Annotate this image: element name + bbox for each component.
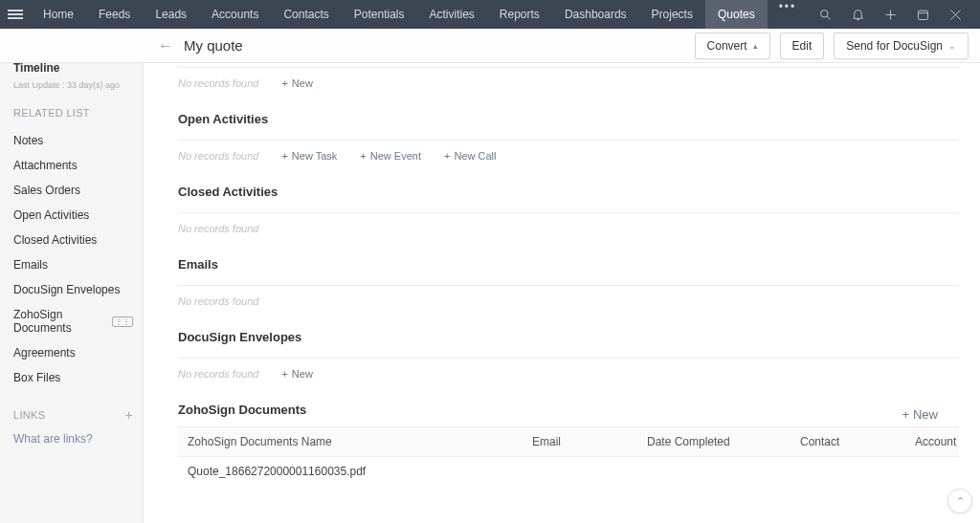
sidebar-links-heading: LINKS + <box>13 407 133 423</box>
sidebar-timeline-row: Timeline Last Update : 33 day(s) ago <box>13 61 133 90</box>
nav-dashboards[interactable]: Dashboards <box>552 0 639 29</box>
section-docusign: DocuSign Envelopes No records found +New <box>178 313 980 385</box>
section-titlebar: ZohoSign Documents +New <box>178 403 959 426</box>
plus-icon: + <box>444 150 450 162</box>
section-title: Emails <box>178 257 959 272</box>
cell-name: Quote_1866272000001160035.pdf <box>178 457 523 486</box>
sidebar-timeline[interactable]: Timeline <box>13 61 59 75</box>
back-arrow-icon[interactable]: ← <box>158 37 173 54</box>
section-title: Closed Activities <box>178 185 959 199</box>
sidebar-item-label: ZohoSign Documents <box>13 308 106 335</box>
section-zohosign: ZohoSign Documents +New ZohoSign Documen… <box>178 385 980 486</box>
page-title: My quote <box>184 37 243 54</box>
send-docusign-label: Send for DocuSign <box>846 39 943 53</box>
section-top-bar: No records found +New <box>178 67 959 95</box>
sidebar-last-update: Last Update : 33 day(s) ago <box>13 80 120 90</box>
sidebar-item-closed-activities[interactable]: Closed Activities <box>13 228 133 252</box>
sidebar-item-sales-orders[interactable]: Sales Orders <box>13 178 133 203</box>
nav-right <box>817 7 972 22</box>
plus-icon: + <box>281 77 287 89</box>
sidebar-links-help[interactable]: What are links? <box>13 432 133 446</box>
svg-line-1 <box>827 16 830 19</box>
scroll-top-button[interactable]: ⌃ <box>947 489 972 513</box>
add-new[interactable]: +New <box>281 368 312 380</box>
add-event[interactable]: +New Event <box>360 150 421 162</box>
sidebar-links-label: LINKS <box>13 409 45 421</box>
col-name[interactable]: ZohoSign Documents Name <box>178 427 523 456</box>
section-bar: No records found +New Task +New Event +N… <box>178 140 959 167</box>
col-contact[interactable]: Contact <box>791 427 905 456</box>
no-records-text: No records found <box>178 150 258 162</box>
sidebar-related-heading: RELATED LIST <box>13 107 133 119</box>
convert-button[interactable]: Convert ▴ <box>695 33 770 59</box>
page-header: ← My quote Convert ▴ Edit Send for DocuS… <box>0 29 980 63</box>
nav-home[interactable]: Home <box>31 0 86 29</box>
add-new[interactable]: +New <box>902 407 938 422</box>
nav-projects[interactable]: Projects <box>639 0 705 29</box>
cell-account <box>905 457 959 486</box>
search-icon[interactable] <box>817 7 833 22</box>
svg-rect-5 <box>918 11 927 19</box>
sidebar-item-agreements[interactable]: Agreements <box>13 340 133 365</box>
sidebar-item-open-activities[interactable]: Open Activities <box>13 203 133 228</box>
calendar-icon[interactable] <box>915 7 930 22</box>
sidebar-item-emails[interactable]: Emails <box>13 252 133 277</box>
sidebar-item-docusign-envelopes[interactable]: DocuSign Envelopes <box>13 277 133 302</box>
plus-icon: + <box>902 407 909 422</box>
bell-icon[interactable] <box>850 7 865 22</box>
no-records-text: No records found <box>178 77 258 89</box>
section-open-activities: Open Activities No records found +New Ta… <box>178 95 980 167</box>
nav-accounts[interactable]: Accounts <box>199 0 271 29</box>
section-bar: No records found <box>178 212 959 240</box>
sidebar-tag-icon: ⋮⋮ <box>112 316 133 327</box>
svg-point-0 <box>820 10 828 17</box>
sidebar-item-attachments[interactable]: Attachments <box>13 153 133 178</box>
sidebar-links-add-icon[interactable]: + <box>125 407 133 423</box>
plus-icon: + <box>281 368 287 380</box>
sidebar-item-notes[interactable]: Notes <box>13 128 133 153</box>
nav-contacts[interactable]: Contacts <box>271 0 341 29</box>
edit-button[interactable]: Edit <box>780 33 825 59</box>
convert-label: Convert <box>707 39 747 53</box>
section-closed-activities: Closed Activities No records found <box>178 167 980 240</box>
zohosign-table-header: ZohoSign Documents Name Email Date Compl… <box>178 426 959 457</box>
no-records-text: No records found <box>178 223 258 234</box>
add-new[interactable]: +New <box>281 77 312 89</box>
nav-items: Home Feeds Leads Accounts Contacts Poten… <box>31 0 808 29</box>
top-nav: Home Feeds Leads Accounts Contacts Poten… <box>0 0 980 29</box>
section-emails: Emails No records found <box>178 240 980 313</box>
add-task[interactable]: +New Task <box>281 150 337 162</box>
tools-icon[interactable] <box>947 7 963 22</box>
cell-contact <box>791 457 905 486</box>
plus-icon: + <box>360 150 366 162</box>
header-actions: Convert ▴ Edit Send for DocuSign ⌄ <box>695 33 969 59</box>
col-account[interactable]: Account <box>905 427 966 456</box>
nav-quotes[interactable]: Quotes <box>705 0 768 29</box>
no-records-text: No records found <box>178 368 258 380</box>
nav-reports[interactable]: Reports <box>487 0 552 29</box>
section-title: Open Activities <box>178 112 959 126</box>
nav-leads[interactable]: Leads <box>143 0 199 29</box>
nav-potentials[interactable]: Potentials <box>342 0 417 29</box>
sidebar-item-zohosign-documents[interactable]: ZohoSign Documents ⋮⋮ <box>13 302 133 340</box>
nav-activities[interactable]: Activities <box>417 0 487 29</box>
section-bar: No records found +New <box>178 358 959 385</box>
section-title: DocuSign Envelopes <box>178 330 959 344</box>
add-call[interactable]: +New Call <box>444 150 496 162</box>
col-date[interactable]: Date Completed <box>637 427 791 456</box>
nav-feeds[interactable]: Feeds <box>86 0 143 29</box>
send-docusign-button[interactable]: Send for DocuSign ⌄ <box>834 33 969 59</box>
nav-more[interactable]: ••• <box>768 0 809 29</box>
no-records-text: No records found <box>178 295 258 307</box>
hamburger-icon[interactable] <box>8 10 23 19</box>
section-top: No records found +New <box>178 63 980 95</box>
left-sidebar: Info Timeline Last Update : 33 day(s) ag… <box>0 29 144 523</box>
sidebar-item-box-files[interactable]: Box Files <box>13 365 133 390</box>
section-bar: No records found <box>178 285 959 313</box>
plus-icon[interactable] <box>882 7 898 22</box>
cell-date <box>637 457 791 486</box>
table-row[interactable]: Quote_1866272000001160035.pdf <box>178 457 959 486</box>
col-email[interactable]: Email <box>523 427 637 456</box>
section-title: ZohoSign Documents <box>178 403 306 417</box>
cell-email <box>523 457 637 486</box>
